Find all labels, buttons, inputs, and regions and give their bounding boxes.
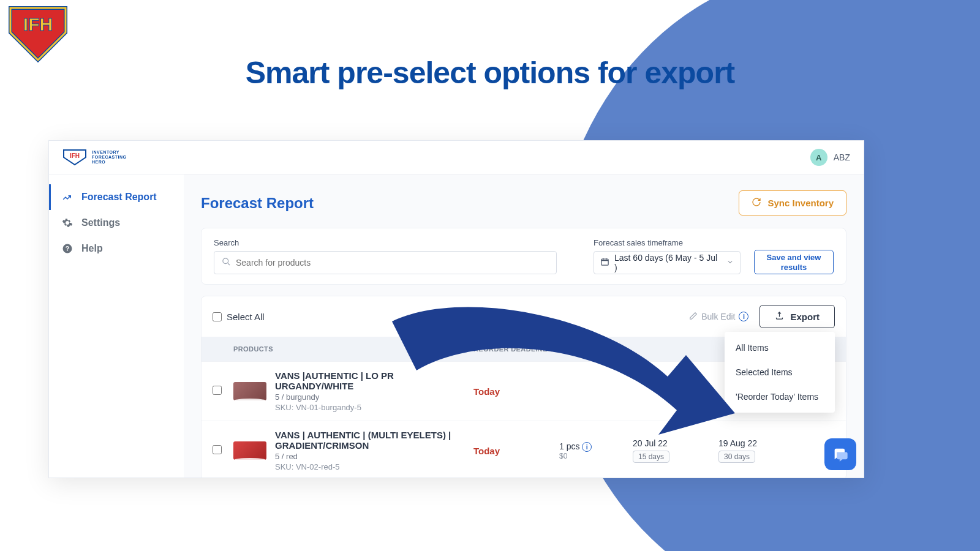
export-button[interactable]: Export bbox=[760, 305, 835, 328]
info-icon[interactable]: i bbox=[582, 442, 592, 452]
svg-text:?: ? bbox=[66, 245, 69, 252]
col-quantity-partial[interactable]: QUANTI bbox=[559, 345, 633, 353]
refresh-icon bbox=[752, 197, 761, 209]
table-panel: Select All Sh Bulk Edit i bbox=[201, 296, 846, 478]
product-sku: SKU: VN-01-burgandy-5 bbox=[275, 403, 473, 412]
product-thumbnail bbox=[233, 382, 266, 400]
product-sku: SKU: VN-02-red-5 bbox=[275, 462, 473, 471]
chat-widget-button[interactable] bbox=[824, 438, 856, 470]
svg-point-4 bbox=[223, 258, 228, 263]
sidebar: Forecast Report Settings ? Help bbox=[49, 174, 184, 478]
date-cell: 19 Aug 22 30 days bbox=[718, 438, 835, 463]
svg-rect-5 bbox=[601, 259, 608, 265]
app-window: IFH INVENTORY FORECASTING HERO A ABZ For… bbox=[49, 141, 864, 478]
sidebar-item-settings[interactable]: Settings bbox=[49, 210, 184, 236]
search-label: Search bbox=[214, 238, 580, 247]
svg-text:IFH: IFH bbox=[23, 14, 53, 34]
export-dropdown: All Items Selected Items 'Reorder Today'… bbox=[725, 332, 835, 413]
select-all[interactable]: Select All bbox=[213, 312, 265, 322]
quantity-cell: 1 pcs i $0 bbox=[559, 441, 633, 460]
search-icon bbox=[222, 257, 231, 269]
product-title: VANS | AUTHENTIC | (MULTI EYELETS) | GRA… bbox=[275, 430, 473, 451]
show-toggle[interactable] bbox=[452, 310, 478, 323]
pencil-icon bbox=[689, 312, 698, 322]
app-topbar: IFH INVENTORY FORECASTING HERO A ABZ bbox=[49, 141, 864, 174]
main-header: Forecast Report Sync Inventory bbox=[201, 190, 846, 216]
chart-icon bbox=[62, 192, 73, 203]
select-all-label: Select All bbox=[227, 312, 265, 322]
app-brand-text: INVENTORY FORECASTING HERO bbox=[92, 150, 126, 164]
product-variant: 5 / red bbox=[275, 452, 473, 461]
col-reorder-deadline[interactable]: REORDER DEADLINE ↑ bbox=[473, 345, 559, 353]
product-cell[interactable]: VANS | AUTHENTIC | (MULTI EYELETS) | GRA… bbox=[233, 430, 473, 471]
col-products[interactable]: PRODUCTS bbox=[233, 345, 473, 353]
info-icon[interactable]: i bbox=[739, 312, 748, 321]
save-view-results-button[interactable]: Save and view results bbox=[754, 250, 834, 274]
sync-inventory-button[interactable]: Sync Inventory bbox=[739, 190, 846, 216]
export-option-all-items[interactable]: All Items bbox=[725, 335, 835, 360]
search-input[interactable] bbox=[236, 258, 549, 268]
row-checkbox[interactable] bbox=[213, 445, 222, 454]
user-menu[interactable]: A ABZ bbox=[810, 149, 850, 166]
chevron-down-icon bbox=[726, 258, 734, 268]
days-input[interactable]: 30 days bbox=[718, 451, 755, 463]
page-title: Forecast Report bbox=[201, 195, 314, 212]
sort-up-icon: ↑ bbox=[549, 345, 553, 353]
help-icon: ? bbox=[62, 243, 73, 254]
sidebar-item-label: Help bbox=[81, 243, 103, 254]
table-toolbar: Select All Sh Bulk Edit i bbox=[202, 296, 846, 337]
slide-headline: Smart pre-select options for export bbox=[0, 55, 980, 91]
calendar-icon bbox=[600, 257, 609, 268]
search-panel: Search Forecast sales timeframe bbox=[201, 228, 846, 285]
select-all-checkbox[interactable] bbox=[213, 312, 222, 321]
brand-shield-logo: IFH bbox=[7, 5, 69, 63]
product-title: VANS |AUTHENTIC | LO PR URGANDY/WHITE bbox=[275, 370, 473, 391]
svg-text:IFH: IFH bbox=[70, 152, 80, 159]
sync-button-label: Sync Inventory bbox=[767, 198, 834, 208]
timeframe-value: Last 60 days (6 May - 5 Jul ) bbox=[614, 253, 722, 272]
date-cell: 20 Jul 22 15 days bbox=[633, 438, 718, 463]
deadline-value: Today bbox=[473, 386, 559, 397]
user-label: ABZ bbox=[834, 152, 850, 162]
days-input[interactable]: 15 days bbox=[633, 451, 669, 463]
sidebar-item-label: Forecast Report bbox=[81, 192, 157, 203]
app-brand-logo: IFH bbox=[62, 149, 87, 166]
bulk-edit-label: Bulk Edit bbox=[701, 312, 735, 321]
row-checkbox[interactable] bbox=[213, 386, 222, 395]
avatar: A bbox=[810, 149, 827, 166]
app-brand: IFH INVENTORY FORECASTING HERO bbox=[62, 149, 126, 166]
product-variant: 5 / burgundy bbox=[275, 392, 473, 402]
deadline-value: Today bbox=[473, 446, 559, 456]
chat-icon bbox=[832, 446, 849, 463]
export-option-selected-items[interactable]: Selected Items bbox=[725, 360, 835, 384]
search-input-wrap[interactable] bbox=[214, 251, 557, 274]
product-cell[interactable]: VANS |AUTHENTIC | LO PR URGANDY/WHITE 5 … bbox=[233, 370, 473, 412]
export-label: Export bbox=[790, 312, 820, 322]
export-option-reorder-today[interactable]: 'Reorder Today' Items bbox=[725, 384, 835, 409]
timeframe-label: Forecast sales timeframe bbox=[594, 238, 741, 247]
sidebar-item-label: Settings bbox=[81, 217, 120, 228]
sidebar-item-help[interactable]: ? Help bbox=[49, 236, 184, 261]
bulk-edit-button[interactable]: Bulk Edit i bbox=[689, 312, 748, 322]
export-icon bbox=[775, 311, 784, 322]
timeframe-select[interactable]: Last 60 days (6 May - 5 Jul ) bbox=[594, 251, 741, 274]
product-thumbnail bbox=[233, 441, 266, 460]
show-toggle-label-partial: Sh bbox=[489, 312, 500, 322]
main-content: Forecast Report Sync Inventory Search bbox=[184, 174, 864, 478]
table-row: VANS | AUTHENTIC | (MULTI EYELETS) | GRA… bbox=[202, 421, 846, 478]
sidebar-item-forecast-report[interactable]: Forecast Report bbox=[49, 184, 184, 210]
gear-icon bbox=[62, 217, 73, 228]
